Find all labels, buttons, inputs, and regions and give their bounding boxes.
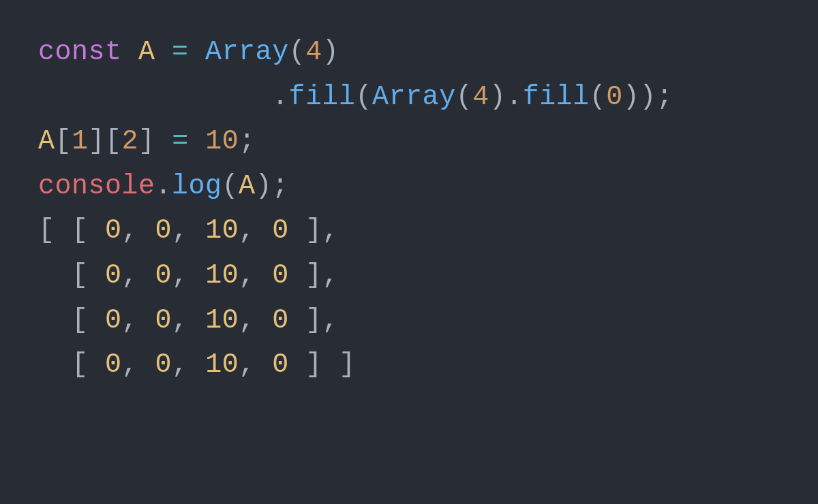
number-10: 10: [205, 126, 239, 157]
identifier-A: A: [239, 171, 256, 202]
number-2: 2: [122, 126, 139, 157]
paren-close: ): [322, 37, 339, 67]
identifier-console: console: [38, 171, 155, 202]
number-1: 1: [72, 126, 89, 157]
operator-assign: =: [172, 126, 189, 157]
bracket-open: [: [55, 126, 72, 157]
dot: .: [272, 82, 289, 112]
number-4: 4: [305, 37, 322, 67]
keyword-const: const: [38, 37, 122, 67]
fn-array: Array: [205, 37, 289, 67]
number-0: 0: [606, 82, 623, 112]
bracket-open: [: [105, 126, 122, 157]
paren-close: ): [256, 171, 273, 202]
indent: [38, 82, 272, 112]
semicolon: ;: [272, 171, 289, 202]
bracket-close: ]: [138, 126, 155, 157]
fn-log: log: [172, 171, 222, 202]
paren-open: (: [456, 82, 473, 112]
paren-close: ): [489, 82, 506, 112]
semicolon: ;: [239, 126, 256, 157]
dot: .: [506, 82, 523, 112]
fn-fill: fill: [523, 82, 590, 112]
fn-fill: fill: [289, 82, 356, 112]
console-output: [ [ 0, 0, 10, 0 ], [ 0, 0, 10, 0 ], [ 0,…: [38, 215, 356, 380]
dot: .: [155, 171, 172, 202]
bracket-close: ]: [89, 126, 106, 157]
paren-open: (: [356, 82, 373, 112]
paren-close: ): [639, 82, 656, 112]
semicolon: ;: [656, 82, 673, 112]
identifier-A: A: [138, 37, 155, 67]
number-4: 4: [472, 82, 489, 112]
paren-close: ): [623, 82, 640, 112]
operator-assign: =: [172, 37, 189, 67]
fn-array: Array: [372, 82, 456, 112]
code-block: const A = Array(4) .fill(Array(4).fill(0…: [0, 0, 818, 418]
paren-open: (: [289, 37, 306, 67]
paren-open: (: [590, 82, 607, 112]
identifier-A: A: [38, 126, 55, 157]
paren-open: (: [222, 171, 239, 202]
